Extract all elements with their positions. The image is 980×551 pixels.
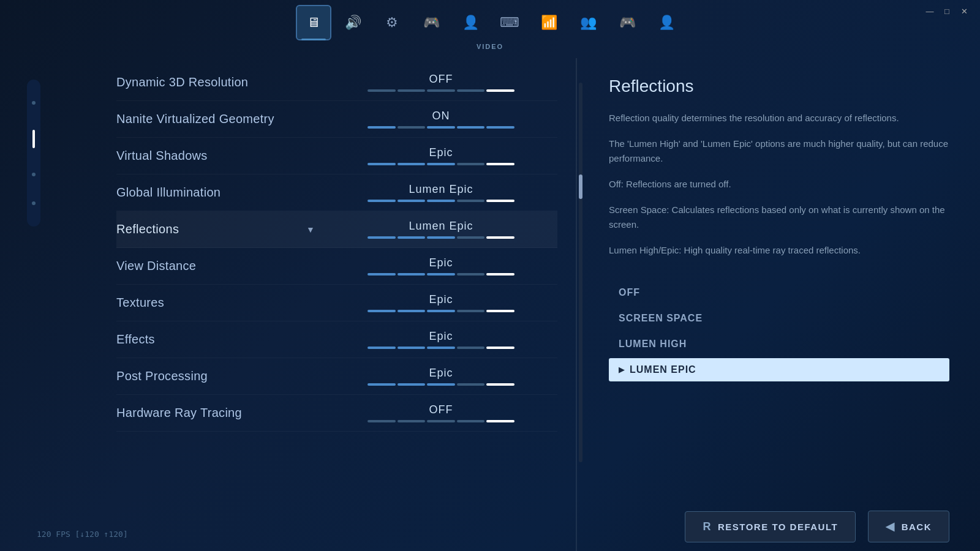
setting-name-view-distance: View Distance (116, 259, 325, 273)
slider-global-illumination[interactable] (368, 200, 514, 202)
setting-value-area-reflections: Lumen Epic (325, 220, 557, 239)
slider-view-distance[interactable] (368, 273, 514, 276)
top-nav: 🖥 🔊 ⚙ 🎮 👤 ⌨ 📶 👥 🎮 👤 VIDEO (0, 0, 980, 55)
option-lumen-epic[interactable]: LUMEN EPIC (609, 358, 949, 381)
close-button[interactable]: ✕ (956, 5, 973, 17)
setting-name-post-processing: Post Processing (116, 369, 325, 383)
nav-settings-button[interactable]: ⚙ (374, 5, 410, 40)
slider-textures[interactable] (368, 310, 514, 312)
setting-row-hardware-ray-tracing[interactable]: Hardware Ray TracingOFF (116, 395, 557, 432)
setting-name-effects: Effects (116, 332, 325, 347)
option-screen-space[interactable]: SCREEN SPACE (609, 307, 949, 330)
setting-name-virtual-shadows: Virtual Shadows (116, 149, 325, 163)
setting-value-area-global-illumination: Lumen Epic (325, 183, 557, 202)
setting-row-nanite[interactable]: Nanite Virtualized GeometryON (116, 101, 557, 138)
titlebar: — □ ✕ (914, 0, 980, 22)
setting-value-view-distance: Epic (429, 257, 453, 269)
setting-row-post-processing[interactable]: Post ProcessingEpic (116, 358, 557, 395)
scrollbar-area[interactable] (577, 58, 584, 551)
setting-row-view-distance[interactable]: View DistanceEpic (116, 248, 557, 285)
setting-value-area-virtual-shadows: Epic (325, 146, 557, 165)
setting-value-dynamic-3d: OFF (429, 73, 453, 86)
slider-reflections[interactable] (368, 236, 514, 239)
slider-effects[interactable] (368, 347, 514, 349)
setting-value-post-processing: Epic (429, 367, 453, 380)
slider-post-processing[interactable] (368, 383, 514, 386)
nav-controls-button[interactable]: 🎮 (413, 5, 449, 40)
setting-value-virtual-shadows: Epic (429, 146, 453, 159)
left-sidebar (0, 61, 67, 551)
nav-audio-button[interactable]: 🔊 (335, 5, 371, 40)
option-lumen-high[interactable]: LUMEN HIGH (609, 332, 949, 356)
back-label: BACK (902, 522, 932, 532)
setting-value-area-textures: Epic (325, 293, 557, 312)
setting-name-nanite: Nanite Virtualized Geometry (116, 112, 325, 126)
setting-name-textures: Textures (116, 296, 325, 310)
nav-network-button[interactable]: 📶 (531, 5, 567, 40)
panel-desc-3: Off: Reflections are turned off. (609, 177, 949, 192)
nav-video-button[interactable]: 🖥 (296, 5, 331, 40)
setting-value-area-effects: Epic (325, 330, 557, 349)
right-panel: Reflections Reflection quality determine… (584, 58, 980, 551)
setting-name-global-illumination: Global Illumination (116, 186, 325, 200)
setting-value-textures: Epic (429, 293, 453, 306)
panel-desc-5: Lumen High/Epic: High quality real-time … (609, 243, 949, 258)
setting-value-area-view-distance: Epic (325, 257, 557, 276)
nav-social-button[interactable]: 👥 (570, 5, 606, 40)
slider-virtual-shadows[interactable] (368, 163, 514, 165)
setting-row-global-illumination[interactable]: Global IlluminationLumen Epic (116, 174, 557, 211)
sidebar-dot-1 (32, 101, 36, 105)
panel-desc-4: Screen Space: Calculates reflections bas… (609, 203, 949, 232)
nav-profile-button[interactable]: 👤 (649, 5, 684, 40)
fps-label: 120 FPS [↓120 ↑120] (37, 530, 128, 539)
bottom-bar: 120 FPS [↓120 ↑120] R RESTORE TO DEFAULT… (0, 502, 980, 551)
slider-dynamic-3d[interactable] (368, 89, 514, 92)
restore-label: RESTORE TO DEFAULT (718, 522, 838, 532)
setting-value-area-post-processing: Epic (325, 367, 557, 386)
scrollbar-track[interactable] (579, 83, 582, 462)
setting-value-area-hardware-ray-tracing: OFF (325, 403, 557, 422)
settings-list: Dynamic 3D ResolutionOFFNanite Virtualiz… (67, 58, 576, 551)
restore-default-button[interactable]: R RESTORE TO DEFAULT (685, 511, 856, 542)
setting-value-area-dynamic-3d: OFF (325, 73, 557, 92)
option-list: OFFSCREEN SPACELUMEN HIGHLUMEN EPIC (609, 281, 949, 381)
slider-nanite[interactable] (368, 126, 514, 129)
setting-name-reflections: Reflections (116, 222, 325, 236)
setting-row-reflections[interactable]: ReflectionsLumen Epic▼ (116, 211, 557, 248)
back-button[interactable]: ◀ BACK (868, 511, 949, 542)
scrollbar-thumb[interactable] (579, 174, 582, 199)
panel-desc-1: Reflection quality determines the resolu… (609, 111, 949, 126)
nav-active-label: VIDEO (477, 43, 503, 50)
setting-name-dynamic-3d: Dynamic 3D Resolution (116, 75, 325, 89)
sidebar-dot-4 (32, 201, 36, 205)
setting-value-area-nanite: ON (325, 110, 557, 129)
nav-icon-bar: 🖥 🔊 ⚙ 🎮 👤 ⌨ 📶 👥 🎮 👤 (296, 5, 684, 40)
setting-row-dynamic-3d[interactable]: Dynamic 3D ResolutionOFF (116, 64, 557, 101)
nav-controller-button[interactable]: 🎮 (609, 5, 645, 40)
setting-row-textures[interactable]: TexturesEpic (116, 285, 557, 321)
panel-desc-2: The 'Lumen High' and 'Lumen Epic' option… (609, 137, 949, 166)
sidebar-dot-3 (32, 173, 36, 176)
setting-value-reflections: Lumen Epic (409, 220, 473, 233)
selected-arrow-icon: ▼ (306, 225, 315, 234)
nav-account-button[interactable]: 👤 (453, 5, 488, 40)
back-icon: ◀ (886, 520, 895, 533)
restore-icon: R (703, 520, 712, 533)
maximize-button[interactable]: □ (938, 5, 956, 17)
sidebar-dot-2 (32, 130, 35, 148)
setting-value-hardware-ray-tracing: OFF (429, 403, 453, 416)
minimize-button[interactable]: — (921, 5, 938, 17)
nav-keyboard-button[interactable]: ⌨ (492, 5, 527, 40)
setting-name-hardware-ray-tracing: Hardware Ray Tracing (116, 406, 325, 420)
option-off[interactable]: OFF (609, 281, 949, 304)
setting-value-nanite: ON (432, 110, 450, 122)
setting-value-effects: Epic (429, 330, 453, 343)
setting-row-effects[interactable]: EffectsEpic (116, 321, 557, 358)
panel-title: Reflections (609, 77, 949, 96)
main-content: Dynamic 3D ResolutionOFFNanite Virtualiz… (67, 58, 980, 551)
sidebar-track (27, 80, 40, 227)
setting-value-global-illumination: Lumen Epic (409, 183, 473, 196)
slider-hardware-ray-tracing[interactable] (368, 420, 514, 422)
setting-row-virtual-shadows[interactable]: Virtual ShadowsEpic (116, 138, 557, 174)
